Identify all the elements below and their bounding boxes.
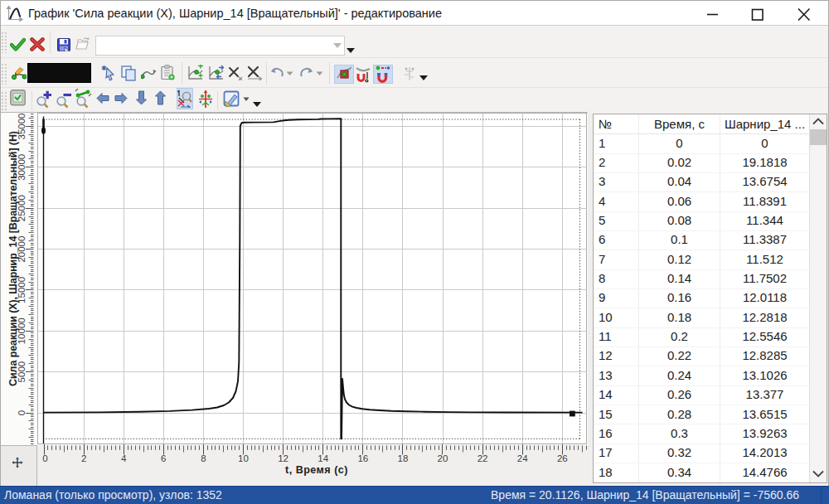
svg-text:26: 26 <box>557 453 568 463</box>
svg-text:10: 10 <box>238 453 249 463</box>
svg-text:0: 0 <box>17 410 27 415</box>
svg-text:20: 20 <box>438 453 448 463</box>
svg-text:0: 0 <box>42 453 47 463</box>
svg-text:24: 24 <box>517 453 528 463</box>
svg-text:2: 2 <box>81 453 86 463</box>
svg-text:16: 16 <box>357 453 368 463</box>
svg-text:Сила реакции (X), Шарнир_14 [В: Сила реакции (X), Шарнир_14 [Вращательны… <box>7 131 19 386</box>
svg-text:22: 22 <box>478 453 488 463</box>
svg-text:8: 8 <box>201 453 206 463</box>
svg-text:12: 12 <box>278 453 288 463</box>
svg-text:14: 14 <box>318 453 328 463</box>
svg-text:t, Время (с): t, Время (с) <box>285 464 348 476</box>
svg-text:18: 18 <box>398 453 409 463</box>
svg-text:6: 6 <box>161 453 166 463</box>
svg-text:4: 4 <box>121 453 127 463</box>
